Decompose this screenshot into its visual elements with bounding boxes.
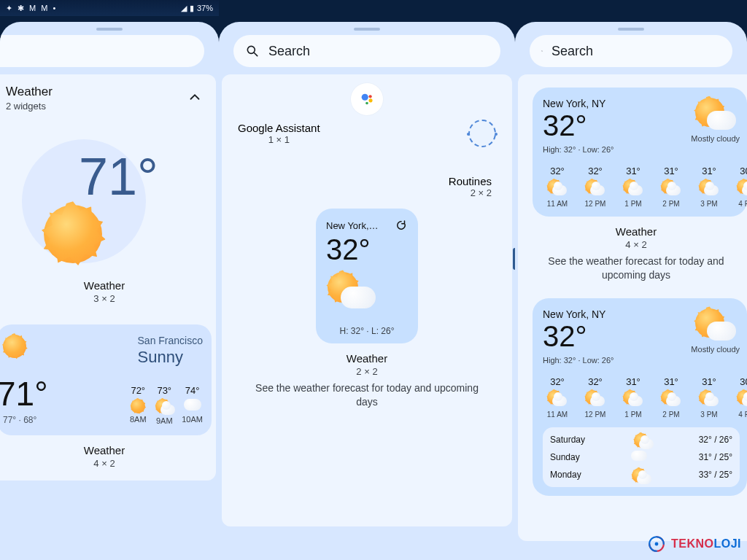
widget-size: 2 × 2: [229, 187, 492, 198]
svg-line-1: [255, 53, 258, 56]
widget-description: See the weather forecast for today and u…: [525, 254, 747, 282]
hourly-forecast: 32° 11 AM 32° 12 PM 31° 1 PM 31° 2 PM 31…: [543, 376, 740, 419]
cloud-icon: [707, 111, 736, 130]
search-bar[interactable]: [0, 35, 204, 67]
search-input[interactable]: [551, 44, 721, 59]
widget-size: 3 × 2: [0, 293, 209, 304]
hour-item: 32° 11 AM: [543, 376, 572, 419]
hour-label: 10AM: [182, 415, 203, 424]
hourly-forecast: 32° 11 AM 32° 12 PM 31° 1 PM 31° 2 PM 31…: [543, 166, 740, 208]
weather-widget-3x2[interactable]: 71°: [22, 125, 168, 271]
hour-label: 8AM: [129, 415, 147, 424]
signal-icon: ◢: [181, 4, 187, 13]
temperature-value: 32°: [543, 320, 614, 353]
location-label: San Francisco: [138, 335, 203, 346]
sun-icon: [3, 335, 26, 358]
hourly-forecast: 72° 8AM 73° 9AM 74° 10AM: [129, 385, 203, 425]
routines-icon[interactable]: [468, 120, 496, 147]
hour-label: 9AM: [155, 416, 173, 425]
svg-point-2: [362, 94, 368, 101]
day-row: Sunday 31° / 25°: [550, 451, 732, 464]
status-left-icons: ✦ ✱ M M •: [6, 4, 57, 13]
weather-widget-4x2-forecast[interactable]: New York, NY 32° High: 32° · Low: 26° Mo…: [533, 88, 747, 217]
daily-forecast: Saturday 32° / 26° Sunday 31° / 25° Mond…: [543, 427, 740, 487]
section-title: Weather: [6, 85, 53, 99]
temperature-value: 32°: [543, 109, 614, 142]
widget-name: Weather: [525, 225, 747, 238]
section-subtitle: 2 widgets: [6, 101, 53, 112]
widget-size: 2 × 2: [229, 366, 505, 377]
sun-icon: [131, 399, 145, 413]
high-low-label: H: 32° · L: 26°: [326, 326, 408, 336]
hour-item: 74° 10AM: [182, 385, 203, 425]
condition-label: Mostly cloudy: [691, 345, 740, 354]
hour-item: 73° 9AM: [155, 385, 173, 425]
svg-point-6: [541, 50, 542, 51]
search-icon: [245, 44, 260, 58]
widget-name: Weather: [0, 279, 209, 292]
cloud-icon: [341, 287, 376, 308]
widget-name: Google Assistant: [238, 122, 320, 134]
location-label: New York, NY: [543, 98, 614, 109]
chevron-up-icon[interactable]: [187, 89, 203, 105]
search-bar[interactable]: [530, 35, 732, 67]
hour-item: 72° 8AM: [129, 385, 147, 425]
day-row: Monday 33° / 25°: [550, 468, 732, 481]
weather-widget-2x2[interactable]: New York,… 32° H: 32° · L: 26°: [316, 209, 418, 343]
hour-item: 31° 3 PM: [694, 166, 724, 208]
svg-point-0: [247, 46, 255, 53]
cloud-icon: [707, 322, 736, 341]
widget-name: Weather: [229, 352, 505, 365]
hour-item: 32° 12 PM: [581, 166, 610, 208]
temperature-value: 71°: [79, 147, 158, 206]
battery-percent: 37%: [197, 4, 213, 12]
weather-widget-4x2[interactable]: San Francisco Sunny 71° 77° · 68° 72° 8A…: [0, 324, 212, 435]
widget-name: Routines: [229, 175, 492, 187]
drag-handle[interactable]: [354, 28, 380, 31]
sun-icon: [44, 205, 102, 263]
section-header-weather[interactable]: Weather 2 widgets: [0, 80, 209, 119]
hour-item: 31° 2 PM: [657, 376, 686, 419]
high-low-label: High: 32° · Low: 26°: [543, 356, 614, 365]
high-low-label: High: 32° · Low: 26°: [543, 145, 614, 154]
hour-item: 32° 11 AM: [543, 166, 572, 208]
hour-item: 30° 4 PM: [732, 376, 747, 419]
svg-point-4: [368, 98, 372, 102]
search-input[interactable]: [268, 44, 489, 59]
svg-point-5: [365, 102, 368, 105]
cloud-icon: [160, 405, 175, 415]
widget-size: 4 × 2: [0, 458, 209, 469]
hour-item: 31° 1 PM: [619, 376, 648, 419]
refresh-icon[interactable]: [395, 219, 408, 232]
weather-widget-4x3-forecast[interactable]: New York, NY 32° High: 32° · Low: 26° Mo…: [533, 298, 747, 496]
hour-item: 31° 2 PM: [657, 166, 686, 208]
hour-item: 31° 3 PM: [694, 376, 724, 419]
condition-label: Sunny: [138, 348, 203, 367]
hour-item: 32° 12 PM: [581, 376, 610, 419]
high-low-label: 77° · 68°: [3, 415, 48, 425]
temperature-value: 71°: [0, 374, 48, 413]
widget-name: Weather: [0, 444, 209, 456]
widget-size: 1 × 1: [238, 134, 320, 145]
search-input[interactable]: [0, 44, 193, 59]
hour-item: 31° 1 PM: [619, 166, 648, 208]
hour-item: 30° 4 PM: [732, 166, 747, 208]
assistant-widget-1x1[interactable]: [351, 83, 383, 115]
drag-handle[interactable]: [96, 28, 123, 31]
drag-handle[interactable]: [618, 28, 644, 31]
day-row: Saturday 32° / 26°: [550, 433, 732, 446]
location-label: New York,…: [326, 220, 379, 231]
svg-point-3: [368, 95, 371, 98]
temperature-value: 32°: [326, 233, 408, 266]
widget-description: See the weather forecast for today and u…: [229, 381, 505, 409]
location-label: New York, NY: [543, 308, 614, 320]
condition-label: Mostly cloudy: [691, 134, 740, 143]
search-bar[interactable]: [233, 35, 500, 67]
cloud-icon: [184, 399, 201, 411]
search-icon: [541, 44, 543, 58]
battery-icon: ▮: [190, 4, 194, 13]
status-bar: ✦ ✱ M M • ◢ ▮ 37%: [0, 0, 219, 16]
google-assistant-icon: [359, 91, 375, 107]
widget-size: 4 × 2: [525, 239, 747, 250]
